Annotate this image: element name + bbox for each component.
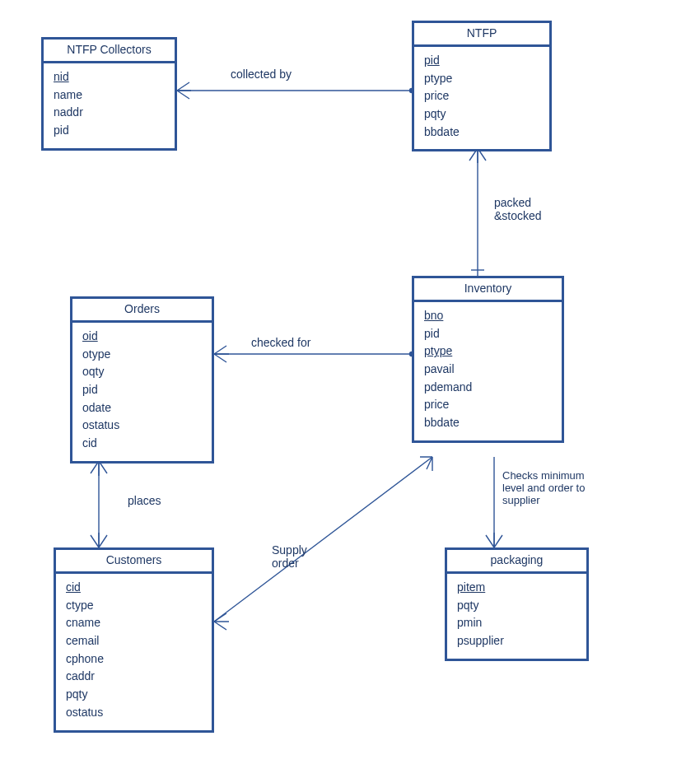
entity-title: Inventory [414, 278, 562, 302]
attr-pid: pid [424, 52, 541, 70]
attr-caddr: caddr [66, 668, 203, 686]
rel-checks-min: Checks minimum level and order to suppli… [502, 469, 585, 506]
attr-cid: cid [82, 435, 203, 453]
attr-pid: pid [54, 122, 166, 140]
attr-oqty: oqty [82, 363, 203, 381]
attr-price: price [424, 396, 553, 414]
rel-places: places [128, 494, 161, 507]
attr-ctype: ctype [66, 597, 203, 615]
attr-otype: otype [82, 346, 203, 364]
entity-title: Customers [56, 550, 212, 574]
attr-pavail: pavail [424, 361, 553, 379]
attr-price: price [424, 87, 541, 105]
attr-pitem: pitem [457, 579, 578, 597]
entity-inventory: Inventory bno pid ptype pavail pdemand p… [412, 276, 564, 443]
attr-pqty: pqty [424, 105, 541, 123]
attr-cid: cid [66, 579, 203, 597]
attr-pqty: pqty [66, 686, 203, 704]
attr-pmin: pmin [457, 614, 578, 632]
attr-ostatus: ostatus [66, 704, 203, 722]
attr-name: name [54, 86, 166, 105]
entity-attrs: bno pid ptype pavail pdemand price bbdat… [414, 302, 562, 440]
attr-pid: pid [424, 325, 553, 343]
attr-odate: odate [82, 399, 203, 417]
attr-naddr: naddr [54, 104, 166, 122]
entity-ntfp: NTFP pid ptype price pqty bbdate [412, 21, 552, 151]
entity-attrs: cid ctype cname cemail cphone caddr pqty… [56, 574, 212, 730]
rel-checked-for: checked for [251, 336, 310, 349]
attr-bno: bno [424, 307, 553, 325]
svg-line-7 [214, 457, 432, 622]
attr-cname: cname [66, 614, 203, 632]
attr-ostatus: ostatus [82, 417, 203, 435]
entity-attrs: nid name naddr pid [44, 63, 175, 148]
attr-oid: oid [82, 328, 203, 346]
rel-collected-by: collected by [231, 68, 292, 81]
attr-psupplier: psupplier [457, 632, 578, 650]
rel-packed-stocked: packed &stocked [494, 196, 542, 222]
attr-pid: pid [82, 381, 203, 399]
attr-ptype: ptype [424, 342, 553, 361]
attr-pdemand: pdemand [424, 379, 553, 397]
attr-pqty: pqty [457, 597, 578, 615]
entity-packaging: packaging pitem pqty pmin psupplier [445, 547, 589, 661]
entity-title: Orders [72, 299, 212, 323]
entity-title: packaging [447, 550, 586, 574]
attr-bbdate: bbdate [424, 123, 541, 142]
entity-title: NTFP Collectors [44, 40, 175, 63]
attr-cphone: cphone [66, 650, 203, 669]
attr-ptype: ptype [424, 70, 541, 88]
entity-attrs: pitem pqty pmin psupplier [447, 574, 586, 659]
er-diagram: NTFP Collectors nid name naddr pid NTFP … [0, 0, 700, 778]
rel-supply-order: Supply order [272, 543, 307, 570]
entity-attrs: oid otype oqty pid odate ostatus cid [72, 323, 212, 461]
entity-title: NTFP [414, 23, 549, 47]
entity-orders: Orders oid otype oqty pid odate ostatus … [70, 296, 214, 464]
attr-bbdate: bbdate [424, 414, 553, 432]
entity-customers: Customers cid ctype cname cemail cphone … [54, 547, 214, 733]
attr-nid: nid [54, 68, 166, 86]
entity-attrs: pid ptype price pqty bbdate [414, 47, 549, 149]
entity-ntfp-collectors: NTFP Collectors nid name naddr pid [41, 37, 177, 151]
attr-cemail: cemail [66, 632, 203, 650]
